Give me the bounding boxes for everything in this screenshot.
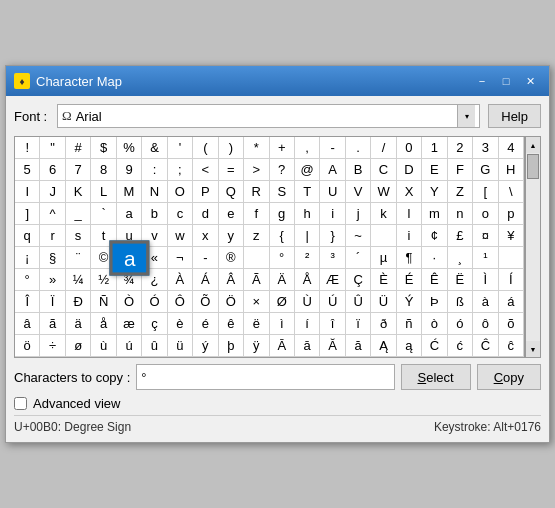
- char-cell[interactable]: $: [91, 137, 116, 159]
- char-cell[interactable]: *: [244, 137, 269, 159]
- char-cell[interactable]: å: [91, 313, 116, 335]
- char-cell[interactable]: +: [270, 137, 295, 159]
- char-cell[interactable]: F: [448, 159, 473, 181]
- char-cell[interactable]: õ: [499, 313, 524, 335]
- char-cell[interactable]: H: [499, 159, 524, 181]
- char-cell[interactable]: ]: [15, 203, 40, 225]
- char-cell[interactable]: T: [295, 181, 320, 203]
- char-cell[interactable]: ¢: [422, 225, 447, 247]
- char-cell[interactable]: ¨: [66, 247, 91, 269]
- minimize-button[interactable]: −: [471, 72, 493, 90]
- char-cell[interactable]: 5: [15, 159, 40, 181]
- char-cell[interactable]: Ù: [295, 291, 320, 313]
- char-cell[interactable]: #: [66, 137, 91, 159]
- char-cell[interactable]: z: [244, 225, 269, 247]
- char-cell[interactable]: û: [142, 335, 167, 357]
- char-cell[interactable]: ~: [346, 225, 371, 247]
- char-cell[interactable]: M: [117, 181, 142, 203]
- char-cell[interactable]: -: [193, 247, 218, 269]
- char-cell[interactable]: ×: [244, 291, 269, 313]
- char-cell[interactable]: Ć: [422, 335, 447, 357]
- char-cell[interactable]: W: [371, 181, 396, 203]
- char-cell[interactable]: ¹: [473, 247, 498, 269]
- char-cell[interactable]: ă: [346, 335, 371, 357]
- char-cell[interactable]: ë: [244, 313, 269, 335]
- copy-button[interactable]: Copy: [477, 364, 541, 390]
- char-cell[interactable]: 3: [473, 137, 498, 159]
- char-cell[interactable]: Å: [295, 269, 320, 291]
- char-cell[interactable]: ': [168, 137, 193, 159]
- char-cell[interactable]: î: [320, 313, 345, 335]
- char-cell[interactable]: ´: [346, 247, 371, 269]
- char-cell[interactable]: %: [117, 137, 142, 159]
- advanced-view-label[interactable]: Advanced view: [33, 396, 120, 411]
- char-cell[interactable]: È: [371, 269, 396, 291]
- maximize-button[interactable]: □: [495, 72, 517, 90]
- char-cell[interactable]: Ì: [473, 269, 498, 291]
- char-cell[interactable]: s: [66, 225, 91, 247]
- char-cell[interactable]: l: [397, 203, 422, 225]
- char-cell[interactable]: Ö: [219, 291, 244, 313]
- char-cell[interactable]: Ø: [270, 291, 295, 313]
- char-cell[interactable]: p: [499, 203, 524, 225]
- char-cell[interactable]: Â: [219, 269, 244, 291]
- char-cell[interactable]: Ą: [371, 335, 396, 357]
- char-cell[interactable]: I: [15, 181, 40, 203]
- char-cell[interactable]: Ë: [448, 269, 473, 291]
- char-cell[interactable]: ò: [422, 313, 447, 335]
- char-cell[interactable]: ): [219, 137, 244, 159]
- char-cell[interactable]: Ò: [117, 291, 142, 313]
- scroll-up-button[interactable]: ▲: [526, 137, 540, 153]
- char-cell[interactable]: Ã: [244, 269, 269, 291]
- char-cell[interactable]: á: [499, 291, 524, 313]
- char-cell[interactable]: (: [193, 137, 218, 159]
- char-cell[interactable]: j: [346, 203, 371, 225]
- char-cell[interactable]: ¸: [448, 247, 473, 269]
- char-cell[interactable]: ¡: [15, 247, 40, 269]
- char-cell[interactable]: Y: [422, 181, 447, 203]
- char-cell[interactable]: ²: [295, 247, 320, 269]
- char-cell[interactable]: à: [473, 291, 498, 313]
- char-cell[interactable]: m: [422, 203, 447, 225]
- char-cell[interactable]: ¼: [66, 269, 91, 291]
- char-cell[interactable]: x: [193, 225, 218, 247]
- char-cell[interactable]: a: [109, 240, 150, 275]
- char-cell[interactable]: ¥: [499, 225, 524, 247]
- char-cell[interactable]: =: [219, 159, 244, 181]
- advanced-view-checkbox[interactable]: [14, 397, 27, 410]
- char-cell[interactable]: a: [117, 203, 142, 225]
- char-cell[interactable]: Ô: [168, 291, 193, 313]
- char-cell[interactable]: ą: [397, 335, 422, 357]
- char-cell[interactable]: ï: [346, 313, 371, 335]
- char-cell[interactable]: ã: [40, 313, 65, 335]
- char-cell[interactable]: Ó: [142, 291, 167, 313]
- char-cell[interactable]: \: [499, 181, 524, 203]
- char-cell[interactable]: ú: [117, 335, 142, 357]
- char-cell[interactable]: G: [473, 159, 498, 181]
- char-cell[interactable]: c: [168, 203, 193, 225]
- char-cell[interactable]: Ā: [270, 335, 295, 357]
- char-cell[interactable]: ÿ: [244, 335, 269, 357]
- char-cell[interactable]: <: [193, 159, 218, 181]
- char-cell[interactable]: Ê: [422, 269, 447, 291]
- char-cell[interactable]: Í: [499, 269, 524, 291]
- char-cell[interactable]: X: [397, 181, 422, 203]
- scrollbar[interactable]: ▲ ▼: [525, 136, 541, 358]
- char-cell[interactable]: ®: [219, 247, 244, 269]
- char-cell[interactable]: @: [295, 159, 320, 181]
- char-cell[interactable]: g: [270, 203, 295, 225]
- char-cell[interactable]: Q: [219, 181, 244, 203]
- char-cell[interactable]: Ă: [320, 335, 345, 357]
- char-cell[interactable]: ä: [66, 313, 91, 335]
- char-cell[interactable]: ?: [270, 159, 295, 181]
- char-cell[interactable]: A: [320, 159, 345, 181]
- char-cell[interactable]: Ç: [346, 269, 371, 291]
- char-cell[interactable]: !: [15, 137, 40, 159]
- char-cell[interactable]: °: [270, 247, 295, 269]
- char-cell[interactable]: .: [346, 137, 371, 159]
- char-cell[interactable]: [371, 225, 396, 247]
- char-cell[interactable]: ć: [448, 335, 473, 357]
- char-cell[interactable]: /: [371, 137, 396, 159]
- char-cell[interactable]: µ: [371, 247, 396, 269]
- char-cell[interactable]: ¤: [473, 225, 498, 247]
